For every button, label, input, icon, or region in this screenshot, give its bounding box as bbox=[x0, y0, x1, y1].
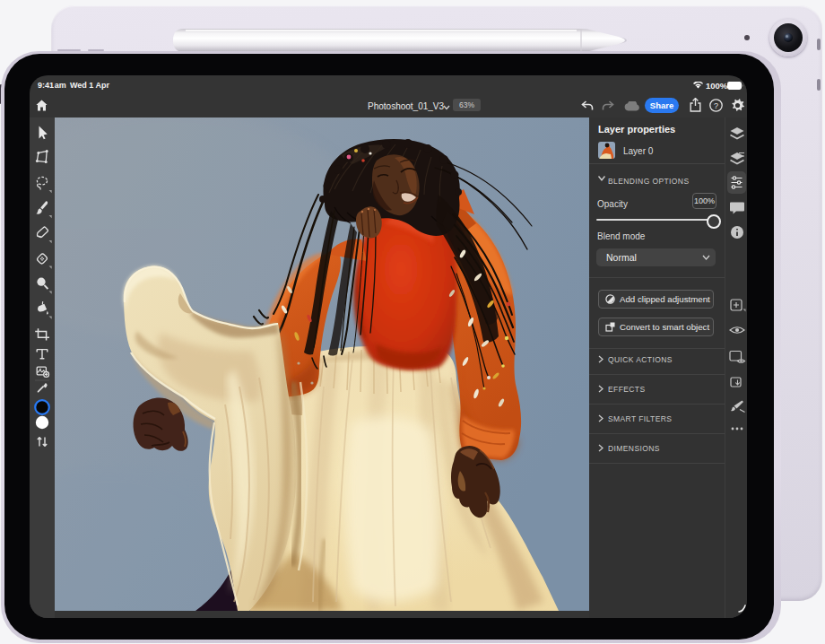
svg-text:?: ? bbox=[714, 101, 718, 110]
